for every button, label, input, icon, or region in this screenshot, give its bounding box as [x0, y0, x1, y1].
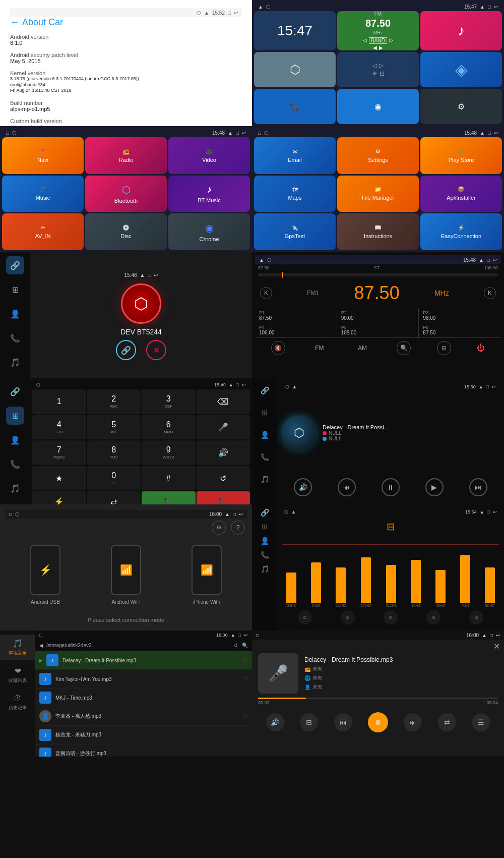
- nav-button-2[interactable]: ◉: [337, 89, 419, 124]
- dial-hangup-button[interactable]: 📞: [197, 491, 250, 504]
- dial-key-7[interactable]: 7PQRS: [32, 440, 86, 465]
- dial-key-2[interactable]: 2ABC: [87, 389, 141, 414]
- app-avin[interactable]: ✏ AV_IN: [2, 213, 84, 250]
- fm-preset-3[interactable]: P3 98.00: [419, 308, 501, 323]
- music-track-6[interactable]: ♪ 音阙诗听 - 游侠行.mp3: [35, 745, 252, 757]
- eq-bar-2khz[interactable]: 2KHZ: [435, 570, 446, 607]
- dial-key-0[interactable]: 0+: [87, 466, 141, 491]
- app-playstore[interactable]: ▶ Play Store: [420, 137, 502, 174]
- eq-bar-8khz[interactable]: 8KHZ: [485, 567, 495, 607]
- player-grid-icon[interactable]: ⊞: [257, 405, 273, 421]
- sidebar-local-music[interactable]: 🎵 本地音乐: [0, 635, 35, 660]
- dial-key-1[interactable]: 1: [32, 389, 86, 414]
- back-button[interactable]: ← About Car: [10, 17, 242, 28]
- bluetooth-button[interactable]: ⬡: [254, 52, 336, 87]
- fm-search-button[interactable]: 🔍: [397, 341, 411, 355]
- mp-prev-button[interactable]: ⏮: [334, 713, 352, 731]
- mp-play-button[interactable]: ⏸: [368, 712, 388, 732]
- musicplayer-close-button[interactable]: ✕: [493, 642, 500, 651]
- app-btmusic[interactable]: ♪ BT Music: [168, 176, 250, 212]
- sidebar-link-icon[interactable]: 🔗: [6, 256, 24, 274]
- app-apkinstaller[interactable]: 📦 ApkInstaller: [420, 176, 502, 212]
- sidebar-favorites[interactable]: ❤ 收藏列表: [0, 662, 35, 688]
- player-prev-button[interactable]: ⏮: [338, 478, 356, 496]
- player-play-button[interactable]: ▶: [425, 478, 444, 496]
- dial-phone-icon[interactable]: 📞: [6, 455, 24, 473]
- eq-icon[interactable]: ⊟: [387, 521, 395, 533]
- music-refresh-icon[interactable]: ↺: [234, 643, 238, 648]
- eq-bar-32hz[interactable]: 32HZ: [286, 573, 296, 607]
- player-link-icon[interactable]: 🔗: [257, 382, 273, 398]
- eq-mode-1[interactable]: ○: [298, 610, 312, 624]
- app-music[interactable]: 🎵 Music: [2, 176, 84, 212]
- dial-key-star[interactable]: ★: [32, 466, 86, 491]
- fm-mode-am[interactable]: AM: [354, 345, 371, 352]
- dial-key-reload[interactable]: ↺: [197, 466, 250, 491]
- mp-next-button[interactable]: ⏭: [404, 713, 422, 731]
- eq-mode-5[interactable]: ○: [469, 610, 483, 624]
- mp-vol-button[interactable]: 🔊: [266, 713, 284, 731]
- eq-user-icon[interactable]: 👤: [261, 537, 269, 545]
- player-user-icon[interactable]: 👤: [257, 427, 273, 443]
- music-track-2[interactable]: ♪ Kim Taylor-I Am You.mp3 ♡: [35, 670, 252, 689]
- dial-music-icon[interactable]: 🎵: [6, 479, 24, 497]
- player-pause-button[interactable]: ⏸: [382, 478, 400, 496]
- app-disc[interactable]: 💿 Disc: [85, 213, 167, 250]
- player-next-button[interactable]: ⏭: [469, 478, 487, 496]
- vol-controls[interactable]: ◁▷ ☀⊟: [337, 52, 419, 87]
- eq-mode-4[interactable]: ○: [426, 610, 440, 624]
- eq-link-icon[interactable]: 🔗: [261, 508, 269, 517]
- mp-list-button[interactable]: ☰: [472, 713, 490, 731]
- eq-mode-2[interactable]: ○: [341, 610, 355, 624]
- fm-prev-button[interactable]: K: [260, 287, 272, 299]
- mp-shuffle-button[interactable]: ⇄: [438, 713, 456, 731]
- sidebar-user-icon[interactable]: 👤: [6, 305, 24, 323]
- dial-key-extra1[interactable]: ⚡: [32, 491, 86, 504]
- fm-mode-fm[interactable]: FM: [311, 345, 328, 352]
- dial-key-3[interactable]: 3DEF: [142, 389, 196, 414]
- dial-call-button[interactable]: 📞: [142, 491, 196, 504]
- app-bluetooth[interactable]: ⬡ Bluetooth: [85, 176, 167, 212]
- eq-grid-icon[interactable]: ⊞: [262, 523, 268, 531]
- eq-phone-icon[interactable]: 📞: [261, 551, 269, 559]
- app-filemanager[interactable]: 📁 File Manager: [337, 176, 419, 212]
- dial-key-mic[interactable]: 🎤: [197, 415, 250, 440]
- fm-next-button[interactable]: K: [484, 287, 496, 299]
- sidebar-phone-icon[interactable]: 📞: [6, 329, 24, 347]
- eq-bar-4khz[interactable]: 4KHZ: [460, 555, 470, 607]
- app-gpstest[interactable]: 🛰 GpsTest: [254, 213, 336, 250]
- dial-grid-icon[interactable]: ⊞: [6, 407, 24, 425]
- dial-user-icon[interactable]: 👤: [6, 431, 24, 449]
- settings-button[interactable]: ⚙: [420, 89, 502, 124]
- fm-display[interactable]: FM 87.50 MHz ◁BAND▷ ◀▶: [337, 11, 419, 50]
- dial-link-icon[interactable]: 🔗: [6, 382, 24, 401]
- app-email[interactable]: ✉ Email: [254, 137, 336, 174]
- music-track-5[interactable]: ♪ 杨浩龙 - 杀猪刀.mp3: [35, 726, 252, 745]
- app-instructions[interactable]: 📖 Instructions: [337, 213, 419, 250]
- sidebar-music-icon[interactable]: 🎵: [6, 353, 24, 371]
- bt-disconnect-button[interactable]: ✕: [146, 340, 166, 360]
- eq-music-icon[interactable]: 🎵: [261, 565, 269, 573]
- dial-key-speaker[interactable]: 🔊: [197, 440, 250, 465]
- dial-key-backspace[interactable]: ⌫: [197, 389, 250, 414]
- app-settings[interactable]: ⚙ Settings: [337, 137, 419, 174]
- connect-settings-icon[interactable]: ⚙: [212, 521, 226, 535]
- fm-preset-2[interactable]: P2 90.00: [337, 308, 419, 323]
- eq-bar-128hz[interactable]: 128HZ: [336, 567, 346, 607]
- music-search-icon[interactable]: 🔍: [242, 643, 248, 648]
- app-easyconn[interactable]: ⚡ EasyConnection: [420, 213, 502, 250]
- eq-button[interactable]: 📞: [254, 89, 336, 124]
- eq-bar-1khz[interactable]: 1KHZ: [411, 560, 421, 607]
- sidebar-grid-icon[interactable]: ⊞: [6, 280, 24, 299]
- dial-key-6[interactable]: 6MNO: [142, 415, 196, 440]
- fm-preset-5[interactable]: P5 108.00: [337, 323, 419, 337]
- fm-preset-1[interactable]: P1 87.50: [255, 308, 337, 323]
- eq-mode-3[interactable]: ○: [384, 610, 398, 624]
- eq-bar-64hz[interactable]: 64HZ: [311, 562, 321, 607]
- dial-key-5[interactable]: 5JKL: [87, 415, 141, 440]
- nav-arrow-button[interactable]: ◈: [420, 52, 502, 87]
- app-radio[interactable]: 📻 Radio: [85, 137, 167, 174]
- dial-key-9[interactable]: 9WXYZ: [142, 440, 196, 465]
- app-navi[interactable]: 📍 Navi: [2, 137, 84, 174]
- fm-preset-4[interactable]: P4 106.00: [255, 323, 337, 337]
